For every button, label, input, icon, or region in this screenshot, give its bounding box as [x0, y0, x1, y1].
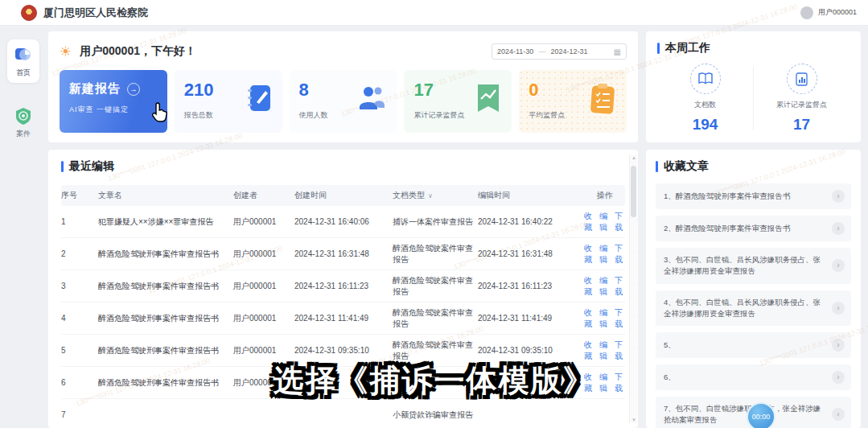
- cell-name: 醉酒危险驾驶刑事案件审查报告书: [98, 313, 230, 324]
- cell-type: 捕诉一体案件审查报告: [393, 216, 475, 228]
- dashboard-card: ☀ 用户000001，下午好！ 2024-11-30 — 2024-12-31 …: [48, 31, 638, 142]
- sidebar-item-label: 首页: [16, 68, 31, 78]
- week-work-title: 本周工作: [657, 41, 849, 56]
- title-accent-bar: [656, 161, 658, 172]
- sidebar-item-home[interactable]: 首页: [7, 39, 39, 83]
- chevron-right-icon[interactable]: ›: [832, 302, 845, 315]
- date-end[interactable]: 2024-12-31: [550, 47, 587, 56]
- action-编辑[interactable]: 编辑: [599, 307, 607, 330]
- favorite-item[interactable]: 4、包不同、白世镜、吕长风涉嫌职务侵占、张全祥涉嫌挪用资金审查报告›: [656, 290, 851, 327]
- favorites-title: 收藏文章: [656, 159, 851, 174]
- stat-card-users: 8 使用人数: [290, 70, 397, 133]
- cell-no: 6: [61, 378, 95, 387]
- cell-type: 醉酒危险驾驶案件审查报告: [393, 275, 475, 297]
- table-row: 5醉酒危险驾驶刑事案件审查报告书用户0000012024-12-31 09:35…: [61, 335, 625, 367]
- action-编辑[interactable]: 编辑: [599, 275, 607, 298]
- favorite-item[interactable]: 1、醉酒危险驾驶刑事案件审查报告书›: [656, 183, 851, 209]
- cell-edited: 2024-12-31 16:40:22: [478, 217, 581, 226]
- action-编辑[interactable]: 编辑: [599, 372, 607, 394]
- action-下载[interactable]: 下载: [615, 211, 623, 233]
- cell-edited: 2024-12-31 16:11:23: [478, 282, 581, 290]
- action-收藏[interactable]: 收藏: [584, 243, 592, 265]
- favorite-item[interactable]: 6、›: [656, 364, 851, 390]
- user-avatar[interactable]: [800, 6, 813, 19]
- table-scrollbar[interactable]: ▲ ▼: [629, 154, 637, 423]
- right-column: 本周工作 文档数 194 累计记录监督点: [646, 31, 861, 428]
- col-header-type-filter[interactable]: 文档类型 ∨: [393, 190, 475, 201]
- favorite-item-text: 7、包不同、白世镜涉嫌职务侵占，张全祥涉嫌抢劫案审查报告: [664, 403, 827, 426]
- header-user-area[interactable]: 用户000001: [800, 6, 857, 19]
- chevron-right-icon[interactable]: ›: [832, 371, 845, 384]
- case-icon: [13, 105, 34, 126]
- action-下载[interactable]: 下载: [615, 372, 623, 394]
- emblem-logo-icon: [21, 5, 37, 21]
- favorite-item-text: 4、包不同、白世镜、吕长风涉嫌职务侵占、张全祥涉嫌挪用资金审查报告: [664, 297, 827, 320]
- cell-created: 2024-12-31 09:35:10: [294, 346, 389, 355]
- content: ☀ 用户000001，下午好！ 2024-11-30 — 2024-12-31 …: [47, 27, 868, 428]
- table-header-row: 序号 文章名 创建者 创建时间 文档类型 ∨ 编辑时间 操作: [61, 185, 625, 206]
- cell-no: 4: [61, 314, 95, 323]
- week-stat-docs: 文档数 194: [657, 64, 753, 134]
- action-下载[interactable]: 下载: [615, 340, 623, 362]
- week-stat-value: 17: [793, 116, 810, 134]
- cell-created: 2024-12-31 11:41:49: [294, 314, 389, 323]
- scroll-up-icon[interactable]: ▲: [630, 155, 638, 160]
- chevron-right-icon[interactable]: ›: [832, 339, 845, 352]
- scroll-down-icon[interactable]: ▼: [630, 418, 638, 422]
- col-header-edited: 编辑时间: [478, 190, 581, 201]
- sidebar-item-cases[interactable]: 案件: [7, 101, 39, 144]
- col-header-creator: 创建者: [233, 190, 291, 201]
- action-收藏[interactable]: 收藏: [584, 340, 592, 362]
- stats-row: 新建报告 → AI审查 一键搞定 210 报告总数: [60, 70, 627, 133]
- table-body: 1犯罪嫌疑人××涉嫌××罪审查报告用户0000012024-12-31 16:4…: [61, 206, 625, 428]
- favorite-item-text: 2、醉酒危险驾驶刑事案件审查报告书: [664, 223, 827, 234]
- stat-card-avg-supervision: 0 平均监督点: [519, 70, 627, 133]
- chevron-right-icon[interactable]: ›: [832, 408, 845, 421]
- action-收藏[interactable]: 收藏: [584, 275, 592, 298]
- action-收藏[interactable]: 收藏: [584, 307, 592, 330]
- chevron-right-icon[interactable]: ›: [832, 259, 845, 272]
- new-report-button[interactable]: 新建报告 → AI审查 一键搞定: [60, 70, 167, 133]
- favorite-item-text: 5、: [664, 340, 827, 351]
- sidebar: 首页 案件: [0, 27, 47, 428]
- table-row: 7小额贷款诈骗审查报告: [61, 399, 625, 428]
- left-column: ☀ 用户000001，下午好！ 2024-11-30 — 2024-12-31 …: [48, 31, 638, 428]
- action-收藏[interactable]: 收藏: [584, 211, 592, 233]
- cell-created: 2024-12-31 16:11:23: [294, 282, 389, 290]
- action-下载[interactable]: 下载: [615, 307, 623, 330]
- scrollbar-thumb[interactable]: [631, 166, 636, 217]
- favorite-item[interactable]: 3、包不同、白世镜、吕长风涉嫌职务侵占、张全祥涉嫌挪用资金审查报告›: [656, 248, 851, 284]
- cell-creator: 用户000001: [233, 345, 291, 356]
- action-下载[interactable]: 下载: [615, 275, 623, 298]
- cell-no: 3: [61, 282, 95, 290]
- week-stats: 文档数 194 累计记录监督点 17: [657, 64, 849, 134]
- date-range-picker[interactable]: 2024-11-30 — 2024-12-31 ▦: [492, 43, 627, 60]
- new-report-subtitle: AI审查 一键搞定: [69, 105, 158, 115]
- action-编辑[interactable]: 编辑: [599, 340, 607, 362]
- action-编辑[interactable]: 编辑: [599, 243, 607, 265]
- chevron-right-icon[interactable]: ›: [832, 190, 845, 203]
- cell-name: 醉酒危险驾驶刑事案件审查报告书: [98, 249, 230, 260]
- col-header-type-label: 文档类型: [393, 190, 425, 201]
- date-start[interactable]: 2024-11-30: [497, 47, 533, 56]
- cell-name: 醉酒危险驾驶刑事案件审查报告书: [98, 345, 230, 356]
- doc-chart-icon: [787, 64, 817, 94]
- cell-creator: 用户000001: [233, 281, 291, 292]
- table-row: 1犯罪嫌疑人××涉嫌××罪审查报告用户0000012024-12-31 16:4…: [61, 206, 625, 238]
- greeting-text: 用户000001，下午好！: [80, 44, 196, 59]
- cell-type: 醉酒危险驾驶案件审查报告: [393, 307, 475, 329]
- action-编辑[interactable]: 编辑: [599, 211, 607, 233]
- cell-created: 2024-12-31 16:31:48: [294, 249, 389, 258]
- action-下载[interactable]: 下载: [615, 243, 623, 265]
- sun-icon: ☀: [60, 45, 72, 59]
- app-title: 厦门思明区人民检察院: [43, 6, 148, 20]
- week-stat-supervision: 累计记录监督点 17: [754, 64, 849, 134]
- action-收藏[interactable]: 收藏: [584, 372, 592, 394]
- table-row: 6醉酒危险驾驶刑事案件审查报告书用户000001收藏编辑下载更多: [61, 367, 625, 399]
- favorite-item[interactable]: 2、醉酒危险驾驶刑事案件审查报告书›: [656, 216, 851, 241]
- favorite-item[interactable]: 5、›: [656, 332, 851, 358]
- cell-no: 5: [61, 346, 95, 355]
- cell-created: 2024-12-31 16:40:06: [294, 217, 389, 226]
- chevron-right-icon[interactable]: ›: [832, 222, 845, 235]
- stat-card-supervision-total: 17 累计记录监督点: [404, 70, 512, 133]
